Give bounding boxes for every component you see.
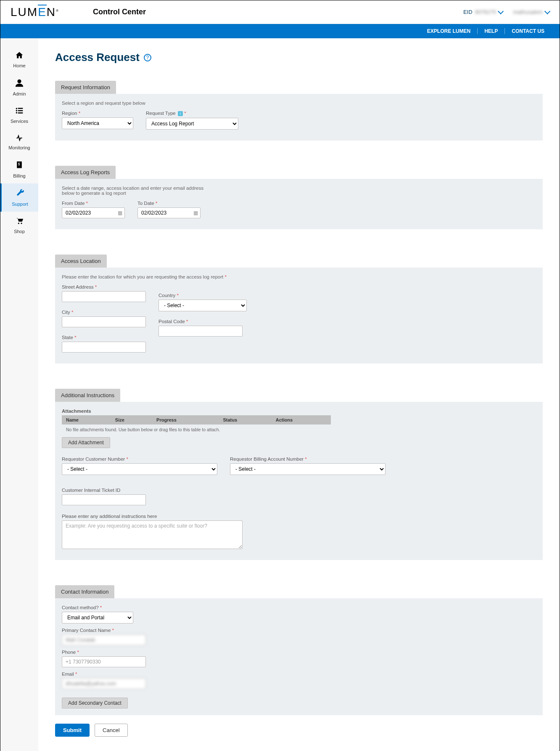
- add-secondary-contact-button[interactable]: Add Secondary Contact: [62, 698, 128, 709]
- section-request-info: Request Information Select a region and …: [55, 81, 543, 141]
- blue-nav-bar: EXPLORE LUMEN HELP CONTACT US: [0, 24, 560, 38]
- col-size: Size: [111, 415, 152, 425]
- wrench-icon: [2, 188, 38, 200]
- email-input[interactable]: [62, 678, 146, 689]
- country-label: Country *: [158, 293, 247, 298]
- section-desc: Select a region and request type below: [62, 101, 536, 106]
- attachments-label: Attachments: [62, 409, 536, 414]
- section-header: Access Log Reports: [55, 166, 116, 179]
- phone-label: Phone *: [62, 650, 536, 655]
- billing-label: Requestor Billing Account Number *: [230, 456, 386, 462]
- section-contact: Contact Information Contact method? * Em…: [55, 585, 543, 715]
- sidebar-item-support[interactable]: Support: [0, 183, 38, 212]
- app-title: Control Center: [93, 8, 146, 16]
- user-dropdown[interactable]: mathusalem: [513, 9, 549, 15]
- home-icon: [0, 51, 38, 61]
- sidebar-item-label: Shop: [14, 229, 25, 234]
- sidebar-item-label: Billing: [13, 173, 25, 178]
- cancel-button[interactable]: Cancel: [95, 724, 127, 737]
- section-desc: Select a date range, access location and…: [62, 186, 217, 196]
- postal-input[interactable]: [158, 326, 243, 337]
- eid-label: EID: [463, 9, 473, 15]
- ticket-label: Customer Internal Ticket ID: [62, 488, 536, 493]
- svg-text:$: $: [18, 162, 20, 166]
- user-name: mathusalem: [513, 9, 543, 15]
- from-date-input[interactable]: [62, 207, 125, 218]
- sidebar-item-billing[interactable]: $ Billing: [0, 155, 38, 183]
- state-input[interactable]: [62, 342, 146, 353]
- phone-input[interactable]: [62, 656, 146, 667]
- svg-point-5: [16, 112, 17, 113]
- top-bar: LUMEN® Control Center EID 9076275 mathus…: [0, 0, 560, 24]
- section-header: Contact Information: [55, 585, 114, 598]
- logo: LUMEN®: [11, 5, 59, 19]
- sidebar-item-home[interactable]: Home: [0, 46, 38, 73]
- ticket-input[interactable]: [62, 494, 146, 505]
- col-actions: Actions: [272, 415, 331, 425]
- sidebar-item-label: Services: [11, 119, 28, 124]
- sidebar-item-label: Home: [13, 63, 25, 68]
- contact-us-link[interactable]: CONTACT US: [505, 28, 551, 34]
- to-date-input[interactable]: [137, 207, 201, 218]
- to-date-label: To Date *: [137, 201, 201, 206]
- attachments-empty: No file attachments found. Use button be…: [62, 425, 331, 435]
- sidebar-item-shop[interactable]: Shop: [0, 212, 38, 239]
- street-input[interactable]: [62, 291, 146, 302]
- section-header: Additional Instructions: [55, 389, 120, 402]
- top-bar-right: EID 9076275 mathusalem: [463, 9, 549, 15]
- contact-name-input[interactable]: [62, 634, 146, 645]
- contact-method-label: Contact method? *: [62, 605, 536, 610]
- form-buttons: Submit Cancel: [55, 724, 543, 737]
- page-title-text: Access Request: [55, 51, 140, 64]
- sidebar-item-label: Admin: [13, 91, 26, 96]
- section-additional: Additional Instructions Attachments Name…: [55, 389, 543, 560]
- instructions-textarea[interactable]: [62, 520, 243, 549]
- sidebar-item-label: Monitoring: [8, 145, 30, 150]
- cart-icon: [0, 217, 38, 227]
- city-label: City *: [62, 310, 146, 315]
- sidebar: Home Admin Services Monitoring $ Billing: [0, 38, 38, 751]
- sidebar-item-services[interactable]: Services: [0, 101, 38, 129]
- sidebar-item-label: Support: [12, 202, 28, 207]
- sidebar-item-admin[interactable]: Admin: [0, 73, 38, 101]
- attachments-table: Name Size Progress Status Actions No fil…: [62, 415, 331, 435]
- chevron-down-icon: [544, 8, 550, 14]
- main-content: Access Request ? Request Information Sel…: [38, 38, 560, 751]
- request-type-select[interactable]: Access Log Report: [146, 118, 238, 130]
- region-select[interactable]: North America: [62, 117, 133, 129]
- help-link[interactable]: HELP: [477, 28, 505, 34]
- submit-button[interactable]: Submit: [55, 724, 90, 737]
- eid-dropdown[interactable]: EID 9076275: [463, 9, 503, 15]
- city-input[interactable]: [62, 316, 146, 327]
- contact-name-label: Primary Contact Name *: [62, 628, 536, 633]
- sidebar-item-monitoring[interactable]: Monitoring: [0, 129, 38, 155]
- from-date-label: From Date *: [62, 201, 125, 206]
- chevron-down-icon: [498, 8, 504, 14]
- email-label: Email *: [62, 671, 536, 677]
- svg-point-1: [16, 108, 17, 109]
- section-access-log: Access Log Reports Select a date range, …: [55, 166, 543, 229]
- info-icon[interactable]: i: [178, 111, 183, 116]
- col-name: Name: [62, 415, 111, 425]
- instructions-label: Please enter any additional instructions…: [62, 514, 536, 519]
- svg-point-3: [16, 110, 17, 111]
- explore-lumen-link[interactable]: EXPLORE LUMEN: [420, 28, 477, 34]
- section-desc: Please enter the location for which you …: [62, 274, 536, 279]
- state-label: State *: [62, 335, 146, 340]
- svg-rect-4: [18, 110, 23, 111]
- region-label: Region *: [62, 111, 133, 116]
- user-icon: [0, 78, 38, 90]
- section-access-location: Access Location Please enter the locatio…: [55, 255, 543, 364]
- list-icon: [0, 106, 38, 117]
- col-status: Status: [219, 415, 271, 425]
- svg-rect-2: [18, 108, 23, 109]
- contact-method-select[interactable]: Email and Portal: [62, 612, 133, 624]
- add-attachment-button[interactable]: Add Attachment: [62, 437, 110, 448]
- help-icon[interactable]: ?: [144, 54, 151, 61]
- cust-num-select[interactable]: - Select -: [62, 463, 217, 475]
- request-type-label: Request Type i *: [146, 111, 238, 116]
- country-select[interactable]: - Select -: [158, 300, 247, 311]
- billing-select[interactable]: - Select -: [230, 463, 386, 475]
- pulse-icon: [0, 134, 38, 143]
- street-label: Street Address *: [62, 284, 146, 289]
